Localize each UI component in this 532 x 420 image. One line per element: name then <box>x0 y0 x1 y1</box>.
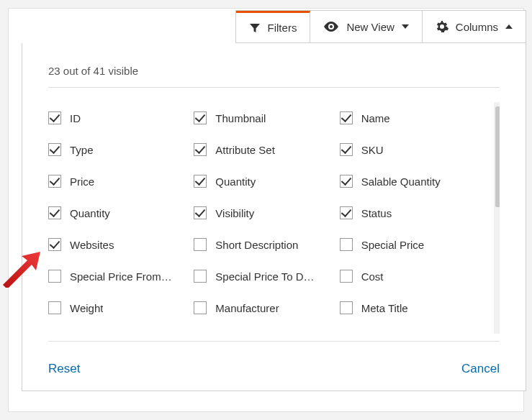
checkbox[interactable] <box>340 111 353 124</box>
checkbox[interactable] <box>340 301 353 314</box>
column-option-label: Name <box>361 112 390 124</box>
checkbox[interactable] <box>194 206 207 219</box>
column-option[interactable]: Cost <box>340 260 485 292</box>
column-option[interactable]: Special Price To D… <box>194 260 339 292</box>
funnel-icon <box>249 22 261 34</box>
column-option[interactable]: Weight <box>48 292 194 324</box>
column-option-label: Weight <box>70 302 103 314</box>
column-option[interactable]: Websites <box>48 229 194 260</box>
column-option-label: Salable Quantity <box>361 175 441 188</box>
checkbox[interactable] <box>194 143 207 156</box>
column-option[interactable]: ID <box>48 102 194 134</box>
column-option-label: Quantity <box>215 175 256 188</box>
column-option-label: Status <box>361 207 392 219</box>
gear-icon <box>436 20 448 33</box>
column-option-label: Special Price From… <box>70 270 172 283</box>
checkbox[interactable] <box>48 111 61 124</box>
columns-button[interactable]: Columns <box>423 11 526 42</box>
column-option[interactable]: Special Price <box>340 229 485 260</box>
checkbox-scroll-area: IDThumbnailNameTypeAttribute SetSKUPrice… <box>48 102 500 334</box>
column-option[interactable]: Manufacturer <box>194 292 339 324</box>
column-option[interactable]: Type <box>48 134 194 165</box>
column-option[interactable]: Price <box>48 165 194 197</box>
column-option-label: ID <box>70 112 81 124</box>
column-option-label: Websites <box>70 239 114 251</box>
dropdown-footer: Reset Cancel <box>48 341 500 376</box>
view-button[interactable]: New View <box>310 11 422 42</box>
svg-point-0 <box>330 25 333 28</box>
checkbox[interactable] <box>48 238 61 251</box>
column-option-label: Attribute Set <box>215 144 275 156</box>
checkbox[interactable] <box>340 238 353 251</box>
column-option-label: Thumbnail <box>215 112 266 124</box>
filters-label: Filters <box>268 22 297 34</box>
column-option-label: Manufacturer <box>215 302 279 314</box>
visible-count-text: 23 out of 41 visible <box>48 65 500 77</box>
checkbox[interactable] <box>340 270 353 283</box>
reset-button[interactable]: Reset <box>48 362 80 376</box>
checkbox[interactable] <box>194 111 207 124</box>
column-option[interactable]: Visibility <box>194 197 339 229</box>
column-option[interactable]: Meta Title <box>340 292 485 324</box>
checkbox[interactable] <box>340 143 353 156</box>
eye-icon <box>323 22 339 32</box>
column-option-label: Quantity <box>70 207 110 219</box>
column-option-label: Special Price <box>361 239 425 251</box>
column-option-label: Price <box>70 175 94 188</box>
divider <box>48 87 500 88</box>
admin-toolbar: Filters New View Columns <box>235 10 526 43</box>
checkbox[interactable] <box>340 175 353 188</box>
column-option-label: Short Description <box>215 239 298 251</box>
column-option[interactable]: Special Price From… <box>48 260 194 292</box>
column-option[interactable]: Thumbnail <box>194 102 339 134</box>
column-option-label: Meta Title <box>361 302 408 314</box>
filters-button[interactable]: Filters <box>236 11 311 42</box>
column-option-label: Special Price To D… <box>215 270 314 283</box>
checkbox[interactable] <box>194 270 207 283</box>
checkbox[interactable] <box>194 175 207 188</box>
column-option[interactable]: Attribute Set <box>194 134 339 165</box>
view-label: New View <box>346 21 394 33</box>
columns-dropdown: 23 out of 41 visible IDThumbnailNameType… <box>22 43 526 391</box>
column-option-label: Type <box>70 144 94 156</box>
checkbox[interactable] <box>48 175 61 188</box>
caret-down-icon <box>402 24 409 29</box>
checkbox[interactable] <box>48 270 61 283</box>
checkbox[interactable] <box>194 238 207 251</box>
column-option[interactable]: Name <box>340 102 485 134</box>
column-option[interactable]: Quantity <box>194 165 339 197</box>
checkbox[interactable] <box>48 301 61 314</box>
column-option-label: SKU <box>361 144 384 156</box>
column-option-label: Cost <box>361 270 384 283</box>
column-option[interactable]: Short Description <box>194 229 339 260</box>
column-option[interactable]: SKU <box>340 134 485 165</box>
checkbox[interactable] <box>48 206 61 219</box>
checkbox-grid: IDThumbnailNameTypeAttribute SetSKUPrice… <box>48 102 485 324</box>
column-option-label: Visibility <box>215 207 254 219</box>
column-option[interactable]: Status <box>340 197 485 229</box>
cancel-button[interactable]: Cancel <box>461 362 500 376</box>
checkbox[interactable] <box>340 206 353 219</box>
column-option[interactable]: Salable Quantity <box>340 165 485 197</box>
columns-label: Columns <box>456 21 498 33</box>
caret-up-icon <box>505 24 513 29</box>
scrollbar-thumb[interactable] <box>495 106 500 207</box>
checkbox[interactable] <box>194 301 207 314</box>
column-option[interactable]: Quantity <box>48 197 194 229</box>
checkbox[interactable] <box>48 143 61 156</box>
